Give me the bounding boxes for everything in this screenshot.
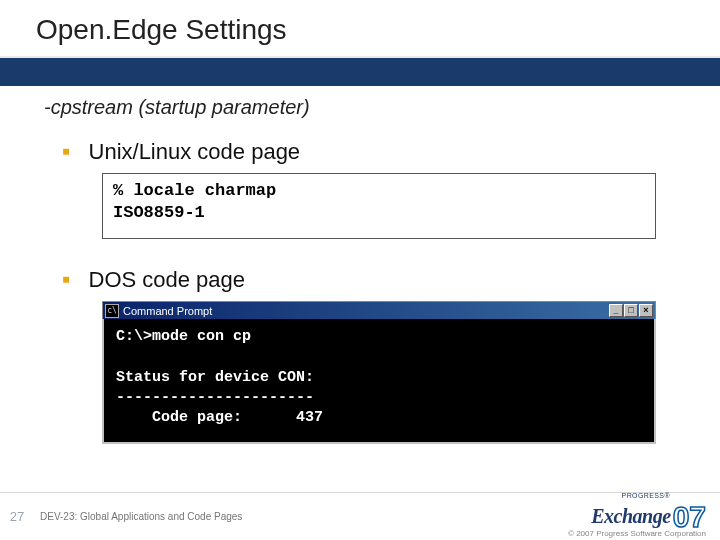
header-band: [0, 58, 720, 86]
unix-terminal-box: % locale charmap ISO8859-1: [102, 173, 656, 239]
page-title: Open.Edge Settings: [36, 14, 720, 46]
cmd-body: C:\>mode con cp Status for device CON: -…: [102, 319, 656, 444]
cmd-title: Command Prompt: [123, 305, 609, 317]
subtitle: -cpstream (startup parameter): [44, 96, 676, 119]
cmd-titlebar: c\ Command Prompt _ □ ×: [102, 301, 656, 319]
unix-command: % locale charmap: [113, 180, 645, 202]
logo: PROGRESS® Exchange 07: [591, 502, 706, 532]
bullet-unix-label: Unix/Linux code page: [89, 139, 301, 165]
content-area: -cpstream (startup parameter) ▪ Unix/Lin…: [0, 86, 720, 444]
footer-session: DEV-23: Global Applications and Code Pag…: [40, 511, 591, 522]
bullet-icon: ▪: [62, 267, 71, 291]
unix-output: ISO8859-1: [113, 202, 645, 224]
bullet-dos: ▪ DOS code page: [44, 267, 676, 293]
copyright: © 2007 Progress Software Corporation: [568, 529, 706, 538]
logo-year: 07: [673, 502, 706, 532]
cmd-icon: c\: [105, 304, 119, 318]
close-button[interactable]: ×: [639, 304, 653, 317]
logo-exchange-text: Exchange: [591, 505, 670, 528]
maximize-button[interactable]: □: [624, 304, 638, 317]
bullet-unix: ▪ Unix/Linux code page: [44, 139, 676, 165]
bullet-icon: ▪: [62, 139, 71, 163]
logo-progress-text: PROGRESS®: [622, 492, 670, 499]
footer: 27 DEV-23: Global Applications and Code …: [0, 492, 720, 540]
minimize-button[interactable]: _: [609, 304, 623, 317]
title-bar: Open.Edge Settings: [0, 0, 720, 58]
command-prompt-window: c\ Command Prompt _ □ × C:\>mode con cp …: [102, 301, 656, 444]
bullet-dos-label: DOS code page: [89, 267, 246, 293]
page-number: 27: [0, 509, 34, 524]
cmd-window-buttons: _ □ ×: [609, 304, 653, 317]
